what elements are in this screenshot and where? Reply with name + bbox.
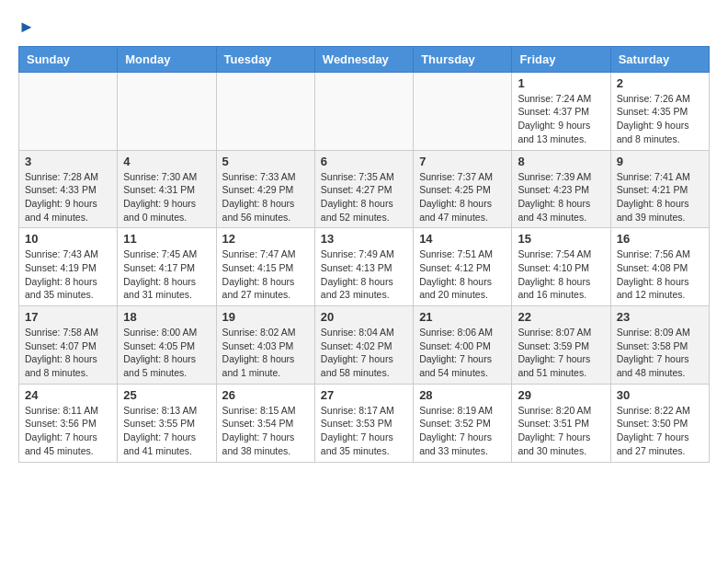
weekday-header: Thursday (414, 46, 512, 72)
logo-text: ► (18, 18, 35, 37)
calendar-day: 5Sunrise: 7:33 AM Sunset: 4:29 PM Daylig… (216, 150, 314, 228)
calendar-week-row: 24Sunrise: 8:11 AM Sunset: 3:56 PM Dayli… (19, 384, 710, 462)
day-info: Sunrise: 7:43 AM Sunset: 4:19 PM Dayligh… (25, 247, 111, 302)
calendar-day: 6Sunrise: 7:35 AM Sunset: 4:27 PM Daylig… (314, 150, 413, 228)
weekday-header: Friday (512, 46, 610, 72)
weekday-header: Saturday (610, 46, 709, 72)
day-number: 6 (321, 155, 407, 168)
day-info: Sunrise: 7:54 AM Sunset: 4:10 PM Dayligh… (518, 247, 604, 302)
day-info: Sunrise: 8:04 AM Sunset: 4:02 PM Dayligh… (321, 326, 407, 380)
calendar-week-row: 3Sunrise: 7:28 AM Sunset: 4:33 PM Daylig… (19, 150, 710, 228)
calendar-header-row: SundayMondayTuesdayWednesdayThursdayFrid… (19, 46, 710, 72)
calendar-day: 28Sunrise: 8:19 AM Sunset: 3:52 PM Dayli… (414, 384, 512, 462)
day-info: Sunrise: 8:17 AM Sunset: 3:53 PM Dayligh… (321, 404, 407, 458)
day-info: Sunrise: 8:02 AM Sunset: 4:03 PM Dayligh… (222, 326, 309, 380)
calendar-day: 16Sunrise: 7:56 AM Sunset: 4:08 PM Dayli… (610, 228, 709, 306)
day-info: Sunrise: 7:41 AM Sunset: 4:21 PM Dayligh… (617, 170, 703, 224)
calendar-day: 4Sunrise: 7:30 AM Sunset: 4:31 PM Daylig… (118, 150, 216, 228)
day-number: 22 (518, 310, 604, 324)
day-number: 27 (321, 388, 407, 402)
day-info: Sunrise: 7:58 AM Sunset: 4:07 PM Dayligh… (25, 326, 111, 380)
day-number: 21 (419, 310, 506, 324)
day-number: 11 (123, 232, 210, 246)
weekday-header: Tuesday (216, 46, 314, 72)
day-info: Sunrise: 8:09 AM Sunset: 3:58 PM Dayligh… (617, 326, 703, 380)
calendar-day: 17Sunrise: 7:58 AM Sunset: 4:07 PM Dayli… (19, 306, 118, 385)
day-number: 18 (123, 310, 210, 324)
day-info: Sunrise: 8:19 AM Sunset: 3:52 PM Dayligh… (419, 404, 506, 458)
calendar-week-row: 10Sunrise: 7:43 AM Sunset: 4:19 PM Dayli… (19, 228, 710, 306)
calendar-day: 29Sunrise: 8:20 AM Sunset: 3:51 PM Dayli… (512, 384, 610, 462)
calendar-day: 23Sunrise: 8:09 AM Sunset: 3:58 PM Dayli… (610, 306, 709, 385)
day-info: Sunrise: 7:45 AM Sunset: 4:17 PM Dayligh… (123, 247, 210, 302)
day-info: Sunrise: 8:07 AM Sunset: 3:59 PM Dayligh… (518, 326, 604, 380)
day-info: Sunrise: 7:51 AM Sunset: 4:12 PM Dayligh… (419, 247, 506, 302)
weekday-header: Monday (118, 46, 216, 72)
page: ► SundayMondayTuesdayWednesdayThursdayFr… (0, 0, 728, 481)
header: ► (18, 18, 710, 37)
day-info: Sunrise: 7:26 AM Sunset: 4:35 PM Dayligh… (617, 92, 703, 146)
calendar-empty (19, 72, 118, 150)
logo: ► (18, 18, 35, 37)
day-info: Sunrise: 7:37 AM Sunset: 4:25 PM Dayligh… (419, 170, 506, 224)
day-number: 30 (617, 388, 703, 402)
calendar-day: 30Sunrise: 8:22 AM Sunset: 3:50 PM Dayli… (610, 384, 709, 462)
day-info: Sunrise: 7:56 AM Sunset: 4:08 PM Dayligh… (617, 247, 703, 302)
calendar-day: 11Sunrise: 7:45 AM Sunset: 4:17 PM Dayli… (118, 228, 216, 306)
calendar-day: 26Sunrise: 8:15 AM Sunset: 3:54 PM Dayli… (216, 384, 314, 462)
day-number: 15 (518, 232, 604, 246)
day-number: 7 (419, 155, 506, 168)
day-number: 12 (222, 232, 309, 246)
calendar-empty (118, 72, 216, 150)
calendar-day: 2Sunrise: 7:26 AM Sunset: 4:35 PM Daylig… (610, 72, 709, 150)
calendar-day: 21Sunrise: 8:06 AM Sunset: 4:00 PM Dayli… (414, 306, 512, 385)
day-number: 20 (321, 310, 407, 324)
day-number: 23 (617, 310, 703, 324)
calendar-day: 13Sunrise: 7:49 AM Sunset: 4:13 PM Dayli… (314, 228, 413, 306)
calendar-day: 12Sunrise: 7:47 AM Sunset: 4:15 PM Dayli… (216, 228, 314, 306)
calendar-day: 24Sunrise: 8:11 AM Sunset: 3:56 PM Dayli… (19, 384, 118, 462)
calendar-day: 20Sunrise: 8:04 AM Sunset: 4:02 PM Dayli… (314, 306, 413, 385)
calendar-day: 27Sunrise: 8:17 AM Sunset: 3:53 PM Dayli… (314, 384, 413, 462)
day-number: 5 (222, 155, 309, 168)
day-number: 26 (222, 388, 309, 402)
day-info: Sunrise: 7:35 AM Sunset: 4:27 PM Dayligh… (321, 170, 407, 224)
day-number: 16 (617, 232, 703, 246)
calendar-day: 8Sunrise: 7:39 AM Sunset: 4:23 PM Daylig… (512, 150, 610, 228)
day-info: Sunrise: 7:28 AM Sunset: 4:33 PM Dayligh… (25, 170, 111, 224)
weekday-header: Wednesday (314, 46, 413, 72)
day-number: 24 (25, 388, 111, 402)
day-info: Sunrise: 7:33 AM Sunset: 4:29 PM Dayligh… (222, 170, 309, 224)
day-number: 1 (518, 76, 604, 90)
day-number: 2 (617, 76, 703, 90)
day-info: Sunrise: 8:11 AM Sunset: 3:56 PM Dayligh… (25, 404, 111, 458)
calendar-day: 18Sunrise: 8:00 AM Sunset: 4:05 PM Dayli… (118, 306, 216, 385)
day-info: Sunrise: 8:00 AM Sunset: 4:05 PM Dayligh… (123, 326, 210, 380)
calendar-empty (414, 72, 512, 150)
logo-arrow: ► (18, 17, 35, 36)
calendar: SundayMondayTuesdayWednesdayThursdayFrid… (18, 46, 710, 463)
day-info: Sunrise: 8:22 AM Sunset: 3:50 PM Dayligh… (617, 404, 703, 458)
calendar-week-row: 1Sunrise: 7:24 AM Sunset: 4:37 PM Daylig… (19, 72, 710, 150)
day-number: 4 (123, 155, 210, 168)
calendar-day: 19Sunrise: 8:02 AM Sunset: 4:03 PM Dayli… (216, 306, 314, 385)
day-number: 10 (25, 232, 111, 246)
day-number: 3 (25, 155, 111, 168)
calendar-week-row: 17Sunrise: 7:58 AM Sunset: 4:07 PM Dayli… (19, 306, 710, 385)
day-number: 9 (617, 155, 703, 168)
day-info: Sunrise: 8:15 AM Sunset: 3:54 PM Dayligh… (222, 404, 309, 458)
calendar-day: 15Sunrise: 7:54 AM Sunset: 4:10 PM Dayli… (512, 228, 610, 306)
calendar-day: 9Sunrise: 7:41 AM Sunset: 4:21 PM Daylig… (610, 150, 709, 228)
calendar-day: 14Sunrise: 7:51 AM Sunset: 4:12 PM Dayli… (414, 228, 512, 306)
calendar-day: 7Sunrise: 7:37 AM Sunset: 4:25 PM Daylig… (414, 150, 512, 228)
day-info: Sunrise: 8:13 AM Sunset: 3:55 PM Dayligh… (123, 404, 210, 458)
day-info: Sunrise: 7:49 AM Sunset: 4:13 PM Dayligh… (321, 247, 407, 302)
day-number: 13 (321, 232, 407, 246)
calendar-day: 1Sunrise: 7:24 AM Sunset: 4:37 PM Daylig… (512, 72, 610, 150)
calendar-empty (314, 72, 413, 150)
day-info: Sunrise: 7:39 AM Sunset: 4:23 PM Dayligh… (518, 170, 604, 224)
day-info: Sunrise: 7:47 AM Sunset: 4:15 PM Dayligh… (222, 247, 309, 302)
day-number: 8 (518, 155, 604, 168)
day-number: 14 (419, 232, 506, 246)
day-number: 19 (222, 310, 309, 324)
